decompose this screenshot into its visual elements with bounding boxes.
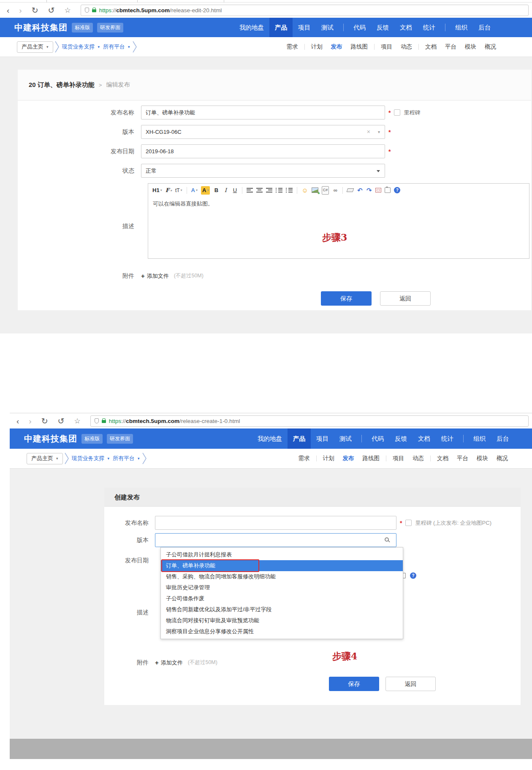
unordered-list[interactable] bbox=[286, 188, 293, 192]
underline[interactable]: U bbox=[232, 186, 238, 195]
history-button[interactable]: ↺ bbox=[48, 6, 55, 14]
topnav-item[interactable]: 项目 bbox=[293, 18, 316, 37]
dropdown-option[interactable]: 销售合同新建优化以及添加平过/非平过字段 bbox=[161, 604, 403, 615]
paste[interactable] bbox=[385, 187, 391, 193]
insert-image[interactable] bbox=[312, 187, 318, 193]
editor-tool[interactable] bbox=[187, 187, 187, 194]
reload-button[interactable]: ↻ bbox=[41, 417, 48, 425]
dropdown-option[interactable]: 物流合同对接钉钉审批及审批预览功能 bbox=[161, 615, 403, 626]
history-button[interactable]: ↺ bbox=[58, 417, 65, 425]
topnav-item[interactable]: 后台 bbox=[491, 428, 514, 449]
product-home-dropdown[interactable]: 产品主页 ▾ bbox=[27, 453, 63, 464]
editor-tool[interactable] bbox=[342, 187, 343, 194]
release-name-input[interactable] bbox=[155, 516, 396, 530]
highlight-color[interactable]: A bbox=[201, 186, 210, 195]
product-selector[interactable]: 现货业务支撑 ▾ bbox=[62, 43, 100, 51]
subnav-item[interactable]: 需求 bbox=[287, 43, 298, 51]
font-family[interactable]: F bbox=[166, 186, 172, 195]
font-color[interactable]: A bbox=[191, 186, 198, 195]
dropdown-option[interactable]: 销售、采购、物流合同增加客服修改明细功能 bbox=[161, 571, 403, 582]
insert-code[interactable]: C# bbox=[322, 186, 329, 195]
address-bar[interactable]: https://cbmtech.5upm.com/release-edit-20… bbox=[81, 5, 529, 16]
subnav-item[interactable]: 需求 bbox=[299, 455, 310, 462]
subnav-item[interactable]: 概况 bbox=[497, 455, 508, 462]
milestone-checkbox[interactable] bbox=[394, 109, 400, 116]
status-select[interactable]: 正常 bbox=[141, 164, 385, 178]
undo[interactable]: ↶ bbox=[357, 186, 363, 195]
save-button[interactable]: 保存 bbox=[329, 677, 379, 691]
back-button[interactable]: ‹ bbox=[7, 6, 9, 14]
release-date-input[interactable]: 2019-06-18 bbox=[141, 144, 385, 158]
help-icon[interactable]: ? bbox=[410, 572, 416, 579]
release-name-input[interactable]: 订单、磅单补录功能 bbox=[141, 106, 385, 119]
save-button[interactable]: 保存 bbox=[321, 291, 372, 306]
topnav-item[interactable]: 产品 bbox=[288, 428, 311, 449]
topnav-item[interactable]: 文档 bbox=[413, 428, 436, 449]
font-size[interactable]: tT bbox=[175, 186, 182, 195]
align-right[interactable] bbox=[266, 188, 272, 192]
subnav-item[interactable]: 平台 bbox=[445, 43, 456, 51]
insert-link[interactable]: ∞ bbox=[332, 186, 338, 195]
back-button-form[interactable]: 返回 bbox=[385, 677, 436, 691]
topnav-item[interactable]: 反馈 bbox=[371, 18, 394, 37]
subnav-item[interactable]: 发布 bbox=[343, 455, 354, 462]
platform-selector[interactable]: 所有平台 ▾ bbox=[103, 43, 130, 51]
topnav-item[interactable]: 代码 bbox=[348, 18, 371, 37]
align-center[interactable] bbox=[256, 188, 263, 192]
topnav-item[interactable]: 我的地盘 bbox=[252, 428, 288, 449]
subnav-item[interactable]: 文档 bbox=[425, 43, 437, 51]
back-button-form[interactable]: 返回 bbox=[380, 291, 431, 306]
brand-logo[interactable]: 中建科技集团 bbox=[14, 22, 68, 33]
topnav-item[interactable]: 项目 bbox=[311, 428, 334, 449]
topnav-item[interactable]: 代码 bbox=[366, 428, 389, 449]
redo[interactable]: ↷ bbox=[366, 186, 372, 195]
subnav-item[interactable]: 路线图 bbox=[363, 455, 380, 462]
dropdown-option[interactable]: 子公司借条作废 bbox=[161, 593, 403, 604]
fullscreen[interactable] bbox=[375, 188, 381, 192]
build-search-input[interactable] bbox=[155, 533, 396, 547]
subnav-item[interactable]: 发布 bbox=[331, 43, 342, 51]
subnav-item[interactable]: 平台 bbox=[457, 455, 468, 462]
clear-icon[interactable]: × bbox=[367, 125, 370, 138]
topnav-item[interactable]: 文档 bbox=[394, 18, 418, 37]
topnav-item[interactable]: 后台 bbox=[473, 18, 496, 37]
bold[interactable]: B bbox=[213, 186, 219, 195]
platform-selector[interactable]: 所有平台 ▾ bbox=[113, 455, 140, 462]
add-file-link[interactable]: 添加文件 bbox=[147, 272, 169, 280]
build-select[interactable]: XH-CG19-06C × ▾ bbox=[141, 125, 385, 139]
subnav-item[interactable]: 计划 bbox=[311, 43, 323, 51]
editor-help[interactable]: ? bbox=[394, 187, 400, 193]
subnav-item[interactable]: 计划 bbox=[323, 455, 334, 462]
topnav-item[interactable]: 组织 bbox=[450, 18, 473, 37]
subnav-item[interactable]: 项目 bbox=[393, 455, 404, 462]
dropdown-option[interactable]: 洞察项目企业信息分享修改公开属性 bbox=[161, 626, 403, 637]
subnav-item[interactable]: 概况 bbox=[485, 43, 496, 51]
editor-tool[interactable] bbox=[242, 187, 242, 194]
subnav-item[interactable]: 动态 bbox=[401, 43, 412, 51]
back-button[interactable]: ‹ bbox=[16, 417, 19, 425]
ordered-list[interactable] bbox=[276, 188, 282, 192]
subnav-item[interactable]: 动态 bbox=[413, 455, 424, 462]
product-home-dropdown[interactable]: 产品主页 ▾ bbox=[17, 41, 53, 53]
brand-logo[interactable]: 中建科技集团 bbox=[24, 433, 77, 445]
subnav-item[interactable]: 模块 bbox=[465, 43, 476, 51]
description-editor[interactable]: 可以在编辑器直接贴图。 bbox=[148, 197, 529, 259]
topnav-item[interactable]: 统计 bbox=[436, 428, 459, 449]
heading[interactable]: H1 bbox=[152, 186, 162, 195]
topnav-item[interactable]: 组织 bbox=[468, 428, 491, 449]
subnav-item[interactable]: 模块 bbox=[477, 455, 488, 462]
bookmark-star-icon[interactable]: ☆ bbox=[65, 7, 71, 14]
reload-button[interactable]: ↻ bbox=[32, 6, 38, 14]
chevron-down-icon[interactable]: ▾ bbox=[378, 125, 380, 138]
topnav-item[interactable]: 产品 bbox=[269, 18, 293, 37]
forward-button[interactable]: › bbox=[19, 6, 22, 14]
bookmark-star-icon[interactable]: ☆ bbox=[74, 418, 81, 425]
editor-tool[interactable] bbox=[297, 187, 297, 194]
forward-button[interactable]: › bbox=[29, 417, 31, 425]
dropdown-option[interactable]: 审批历史记录管理 bbox=[161, 582, 403, 593]
italic[interactable]: I bbox=[223, 186, 228, 195]
address-bar[interactable]: https://cbmtech.5upm.com/release-create-… bbox=[90, 415, 529, 427]
topnav-item[interactable]: 测试 bbox=[334, 428, 357, 449]
align-left[interactable] bbox=[247, 188, 253, 192]
dropdown-option[interactable]: 子公司借款月计提利息报表 bbox=[161, 549, 403, 560]
